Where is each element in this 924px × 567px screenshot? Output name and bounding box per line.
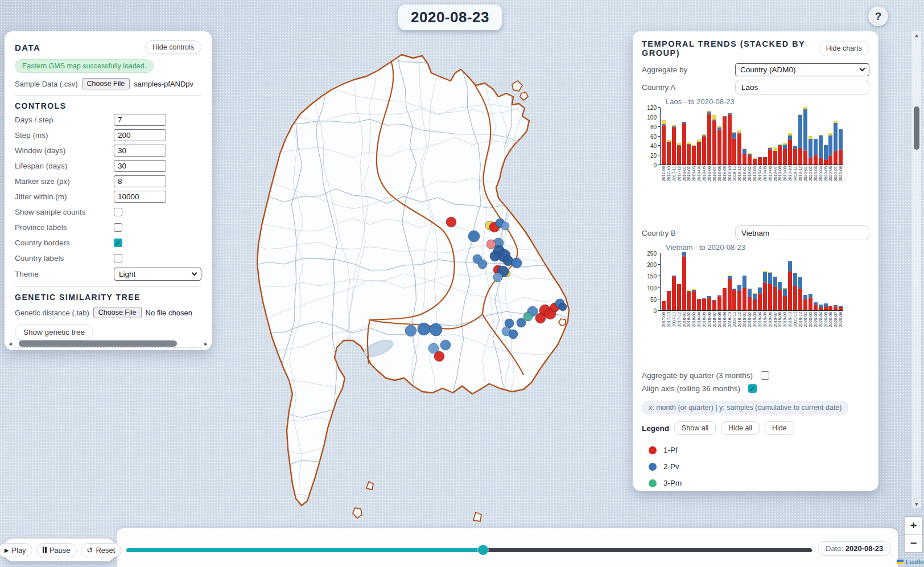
zoom-in-button[interactable]: + <box>905 517 922 535</box>
stacked-bar[interactable] <box>737 285 741 310</box>
sample-marker[interactable] <box>434 351 444 361</box>
sample-marker[interactable] <box>440 340 451 350</box>
control-input[interactable] <box>114 175 166 187</box>
help-button[interactable]: ? <box>868 6 888 26</box>
stacked-bar[interactable] <box>824 303 828 311</box>
stacked-bar[interactable] <box>742 276 746 310</box>
aggregate-by-select[interactable]: Country (ADM0) <box>735 63 869 76</box>
stacked-bar[interactable] <box>778 144 782 165</box>
legend-hide-button[interactable]: Hide <box>765 421 794 435</box>
stacked-bar[interactable] <box>828 133 832 165</box>
scroll-left-icon[interactable]: ◄ <box>7 341 13 347</box>
control-input[interactable] <box>114 191 166 203</box>
stacked-bar[interactable] <box>712 115 716 165</box>
stacked-bar[interactable] <box>758 157 762 165</box>
legend-item[interactable]: 2-Pv <box>642 458 869 475</box>
stacked-bar[interactable] <box>672 276 676 310</box>
stacked-bar[interactable] <box>662 120 666 165</box>
pause-button[interactable]: Pause <box>36 543 77 557</box>
sample-marker[interactable] <box>512 258 522 268</box>
vertical-scrollbar[interactable]: ▲ ▼ <box>912 31 921 508</box>
stacked-bar[interactable] <box>798 114 802 165</box>
country-a-input[interactable] <box>735 80 869 94</box>
stacked-bar[interactable] <box>753 293 757 310</box>
stacked-bar[interactable] <box>723 116 727 165</box>
quarter-aggregate-checkbox[interactable]: ✓ <box>761 371 769 380</box>
stacked-bar[interactable] <box>819 135 823 165</box>
sample-marker[interactable] <box>501 222 509 230</box>
stacked-bar[interactable] <box>702 298 706 310</box>
reset-button[interactable]: ↺ Reset <box>81 543 122 557</box>
stacked-bar[interactable] <box>824 145 828 165</box>
stacked-bar[interactable] <box>773 277 777 310</box>
stacked-bar[interactable] <box>672 125 676 165</box>
sample-marker[interactable] <box>486 240 496 249</box>
stacked-bar[interactable] <box>697 299 701 310</box>
stacked-bar[interactable] <box>667 140 671 165</box>
stacked-bar[interactable] <box>707 296 711 310</box>
control-input[interactable] <box>114 114 166 126</box>
sample-marker[interactable] <box>418 323 430 335</box>
stacked-bar[interactable] <box>732 289 736 310</box>
control-checkbox[interactable]: ✓ <box>114 223 122 232</box>
control-checkbox[interactable]: ✓ <box>114 239 122 247</box>
sample-marker[interactable] <box>490 251 500 261</box>
stacked-bar[interactable] <box>753 158 757 165</box>
sample-marker[interactable] <box>430 323 442 336</box>
scroll-right-icon[interactable]: ► <box>203 341 209 347</box>
stacked-bar[interactable] <box>677 284 681 310</box>
stacked-bar[interactable] <box>834 121 838 165</box>
stacked-bar[interactable] <box>814 139 818 165</box>
hscroll-thumb[interactable] <box>19 340 177 347</box>
stacked-bar[interactable] <box>783 288 787 310</box>
stacked-bar[interactable] <box>712 300 716 310</box>
stacked-bar[interactable] <box>763 157 767 165</box>
stacked-bar[interactable] <box>737 130 741 165</box>
stacked-bar[interactable] <box>768 272 772 310</box>
legend-item[interactable]: 3-Pm <box>642 475 869 491</box>
stacked-bar[interactable] <box>667 291 671 310</box>
legend-item[interactable]: 1-Pf <box>642 442 869 458</box>
control-checkbox[interactable]: ✓ <box>114 208 122 216</box>
stacked-bar[interactable] <box>773 147 777 165</box>
sample-marker[interactable] <box>559 303 567 311</box>
stacked-bar[interactable] <box>758 287 762 310</box>
stacked-bar[interactable] <box>793 146 797 165</box>
sample-marker[interactable] <box>405 325 416 336</box>
stacked-bar[interactable] <box>814 302 818 310</box>
control-input[interactable] <box>114 145 166 157</box>
stacked-bar[interactable] <box>692 145 696 165</box>
sample-marker[interactable] <box>517 318 526 327</box>
stacked-bar[interactable] <box>768 147 772 165</box>
stacked-bar[interactable] <box>788 133 792 165</box>
slider-track-remaining[interactable] <box>483 548 812 552</box>
slider-thumb[interactable] <box>478 545 488 555</box>
sample-marker[interactable] <box>478 260 487 269</box>
stacked-bar[interactable] <box>697 139 701 165</box>
stacked-bar[interactable] <box>839 306 843 310</box>
slider-track-filled[interactable] <box>126 548 483 552</box>
stacked-bar[interactable] <box>682 122 686 165</box>
stacked-bar[interactable] <box>808 136 812 165</box>
stacked-bar[interactable] <box>783 143 787 165</box>
stacked-bar[interactable] <box>707 111 711 165</box>
control-input[interactable] <box>114 129 166 141</box>
stacked-bar[interactable] <box>828 306 832 310</box>
stacked-bar[interactable] <box>808 294 812 310</box>
stacked-bar[interactable] <box>839 129 843 165</box>
hide-charts-button[interactable]: Hide charts <box>819 42 869 55</box>
hide-controls-button[interactable]: Hide controls <box>145 40 201 54</box>
stacked-bar[interactable] <box>819 305 823 310</box>
legend-hide-all-button[interactable]: Hide all <box>721 421 760 435</box>
control-input[interactable] <box>114 160 166 172</box>
align-axis-checkbox[interactable]: ✓ <box>748 384 757 393</box>
stacked-bar[interactable] <box>687 290 691 310</box>
stacked-bar[interactable] <box>803 295 807 310</box>
stacked-bar[interactable] <box>834 305 838 310</box>
stacked-bar[interactable] <box>682 252 686 310</box>
stacked-bar[interactable] <box>723 288 727 310</box>
legend-show-all-button[interactable]: Show all <box>674 421 716 435</box>
stacked-bar[interactable] <box>748 289 752 310</box>
sample-marker[interactable] <box>446 217 456 227</box>
stacked-bar[interactable] <box>728 276 732 310</box>
